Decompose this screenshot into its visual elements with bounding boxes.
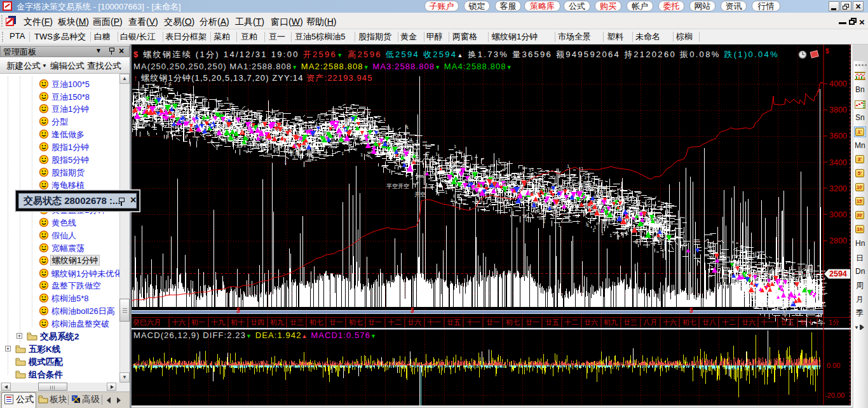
svg-text:初一: 初一 (191, 318, 205, 326)
svg-text:3000: 3000 (829, 210, 847, 219)
svg-text:1: 1 (634, 239, 637, 245)
svg-text:1: 1 (241, 142, 245, 147)
svg-text:1: 1 (426, 154, 429, 160)
svg-text:初十: 初十 (230, 318, 245, 326)
svg-text:1: 1 (584, 175, 587, 180)
svg-text:MACD(26,12,9) DIFF:2.23▼ DEA:: MACD(26,12,9) DIFF:2.23▼ DEA:1.942▲ MACD… (133, 330, 377, 340)
svg-text:1: 1 (211, 116, 214, 121)
svg-text:$: $ (236, 307, 240, 314)
svg-text:MA(250,250,250,250) MA1:2588.: MA(250,250,250,250) MA1:2588.808▼ MA2:25… (133, 62, 513, 71)
svg-text:1: 1 (227, 137, 231, 143)
svg-text:廿一: 廿一 (329, 318, 343, 326)
svg-text:3400: 3400 (829, 158, 847, 167)
svg-text:十一: 十一 (466, 318, 480, 326)
svg-text:1: 1 (791, 299, 794, 305)
svg-text:廿五: 廿五 (447, 318, 461, 326)
svg-text:1: 1 (638, 228, 641, 233)
svg-text:廿一: 廿一 (368, 318, 382, 326)
svg-text:1: 1 (522, 165, 525, 171)
svg-text:1: 1 (233, 114, 236, 120)
svg-text:廿三: 廿三 (290, 318, 304, 326)
svg-text:1: 1 (222, 120, 225, 126)
svg-text:1: 1 (783, 309, 786, 315)
svg-text:廿八: 廿八 (702, 318, 716, 326)
svg-text:1: 1 (646, 216, 649, 222)
svg-text:1: 1 (338, 131, 341, 137)
svg-text:1: 1 (196, 136, 199, 142)
svg-text:十六: 十六 (663, 318, 677, 326)
svg-text:1: 1 (609, 191, 612, 197)
svg-text:1: 1 (538, 208, 541, 214)
svg-text:1: 1 (412, 147, 415, 153)
svg-text:平空开多: 平空开多 (248, 142, 271, 149)
svg-text:平空开空: 平空开空 (386, 183, 409, 189)
svg-text:1: 1 (796, 299, 799, 304)
svg-text:1: 1 (722, 278, 725, 283)
svg-text:1: 1 (341, 151, 344, 156)
svg-text:十一: 十一 (761, 318, 775, 326)
svg-text:3200: 3200 (829, 184, 847, 193)
svg-text:1: 1 (587, 222, 590, 228)
svg-text:1: 1 (445, 189, 448, 195)
svg-text:初七: 初七 (348, 318, 363, 326)
svg-text:1: 1 (395, 161, 398, 167)
svg-text:1: 1 (799, 311, 802, 317)
svg-text:1: 1 (255, 111, 258, 116)
svg-text:初九: 初九 (269, 318, 285, 326)
svg-text:廿三: 廿三 (623, 318, 637, 326)
svg-text:1: 1 (368, 135, 371, 141)
svg-text:1: 1 (760, 250, 763, 255)
svg-text:1: 1 (282, 125, 285, 130)
svg-text:1: 1 (280, 142, 283, 147)
svg-text:1: 1 (801, 297, 804, 303)
svg-text:1: 1 (614, 217, 617, 222)
svg-text:1: 1 (755, 280, 758, 285)
svg-text:1: 1 (248, 125, 251, 131)
svg-text:1: 1 (185, 124, 188, 130)
svg-text:1: 1 (325, 136, 328, 142)
svg-text:1: 1 (410, 137, 413, 142)
svg-text:1: 1 (194, 117, 197, 123)
svg-text:开空: 开空 (414, 191, 426, 198)
svg-text:1: 1 (293, 154, 296, 160)
svg-text:1: 1 (597, 179, 600, 185)
svg-text:1: 1 (435, 151, 438, 157)
svg-text:1: 1 (527, 191, 531, 197)
svg-text:1: 1 (580, 177, 583, 182)
svg-text:1: 1 (642, 223, 646, 229)
svg-text:3800: 3800 (829, 105, 847, 114)
svg-text:1: 1 (505, 186, 508, 191)
svg-text:1: 1 (463, 186, 466, 192)
svg-text:初十: 初十 (799, 318, 814, 326)
svg-text:十九: 十九 (211, 318, 226, 326)
svg-text:1: 1 (306, 152, 309, 158)
svg-text:1: 1 (531, 202, 534, 208)
svg-text:1: 1 (571, 185, 574, 191)
svg-text:1: 1 (776, 261, 780, 266)
svg-text:癸巳六月: 癸巳六月 (133, 318, 161, 326)
svg-text:1: 1 (276, 149, 279, 154)
svg-text:1: 1 (644, 201, 647, 207)
svg-text:1: 1 (545, 193, 548, 199)
svg-text:1: 1 (135, 92, 139, 97)
svg-text:1: 1 (496, 197, 499, 203)
svg-text:1: 1 (172, 111, 175, 117)
svg-text:1: 1 (820, 321, 823, 327)
svg-text:1: 1 (555, 185, 558, 191)
svg-text:1: 1 (331, 126, 334, 132)
svg-text:1: 1 (775, 289, 778, 294)
svg-text:1: 1 (163, 94, 166, 100)
svg-text:1: 1 (765, 268, 768, 273)
svg-text:1: 1 (231, 109, 234, 114)
svg-text:0.00: 0.00 (827, 362, 840, 369)
svg-text:1: 1 (169, 81, 172, 86)
svg-text:1: 1 (217, 102, 220, 107)
svg-text:1: 1 (452, 201, 455, 207)
svg-text:初七: 初七 (682, 318, 696, 326)
svg-text:1: 1 (281, 118, 285, 123)
svg-text:3600: 3600 (829, 132, 847, 140)
svg-text:1: 1 (670, 204, 673, 210)
svg-text:1: 1 (406, 125, 409, 130)
svg-text:1: 1 (555, 208, 559, 214)
svg-text:十一: 十一 (427, 318, 441, 326)
